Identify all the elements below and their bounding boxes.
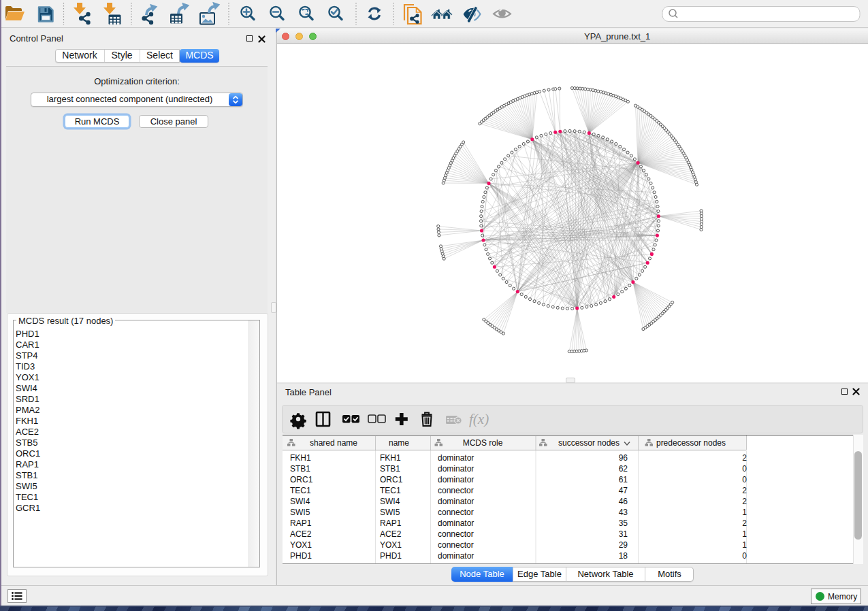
svg-text:f(x): f(x): [469, 411, 489, 427]
